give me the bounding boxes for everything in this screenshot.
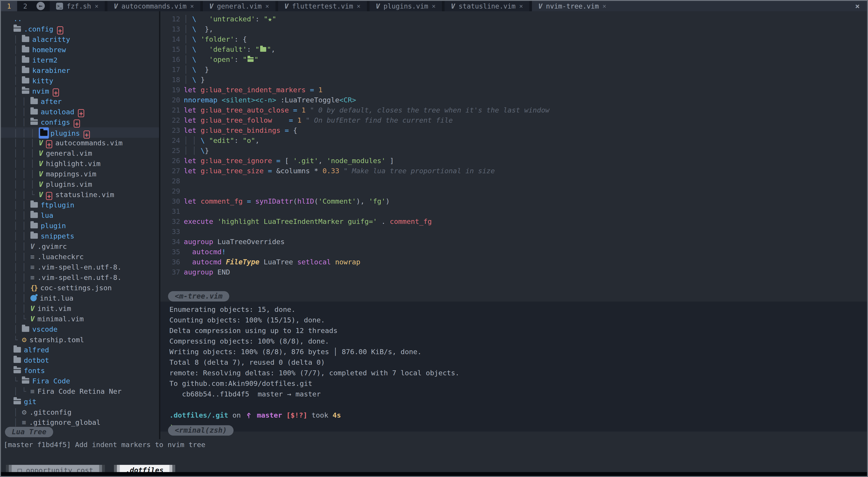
git-plus-icon: + (74, 120, 80, 128)
tree-item-plugins[interactable]: │ │ │ plugins+ (1, 127, 159, 138)
text-file-icon: ≡ (30, 273, 35, 281)
tree-item-starship.toml[interactable]: └ ⚙starship.toml (1, 334, 159, 345)
tree-item-.luacheckrc[interactable]: │ │ ≡.luacheckrc (1, 251, 159, 262)
code-token: 'fg' (369, 197, 385, 205)
tree-item-alacritty[interactable]: │ alacritty (1, 34, 159, 44)
code-token: LuaTreeOverrides (217, 238, 285, 246)
tab-autocommands.vim[interactable]: Vautocommands.vim× (107, 1, 200, 11)
back-arrow-icon[interactable]: ← (36, 2, 45, 10)
tabpage-indicator-2[interactable]: 2 (17, 1, 33, 11)
folder-icon (30, 99, 38, 104)
bottom-strip (1, 472, 867, 476)
code-token: : { (234, 35, 247, 43)
terminal-line: Compressing objects: 100% (8/8), done. (169, 336, 867, 346)
indent-guide: │ (13, 56, 22, 64)
tree-item-snippets[interactable]: │ │ snippets (1, 231, 159, 241)
tab-close-icon[interactable]: × (602, 2, 606, 10)
tree-item-.config[interactable]: .config+ (1, 24, 159, 34)
tree-item-highlight.vim[interactable]: │ │ │ Vhighlight.vim (1, 159, 159, 169)
code-token: : (234, 136, 243, 144)
tree-item-kitty[interactable]: │ kitty (1, 76, 159, 86)
tree-item-Fira-Code-Retina-Ner[interactable]: │ └ ≡Fira Code Retina Ner (1, 386, 159, 397)
tree-item-coc-settings.json[interactable]: │ │ {}coc-settings.json (1, 283, 159, 293)
tab-general.vim[interactable]: Vgeneral.vim× (203, 1, 275, 11)
tree-item-after[interactable]: │ │ after (1, 96, 159, 107)
tabpage-indicator-1[interactable]: 1 (1, 1, 17, 11)
tree-item-autoload[interactable]: │ │ autoload+ (1, 107, 159, 117)
tree-item-general.vim[interactable]: │ │ │ Vgeneral.vim (1, 148, 159, 159)
indent-guide: │ (13, 66, 22, 74)
tree-item-statusline.vim[interactable]: │ │ └ V+statusline.vim (1, 190, 159, 200)
code-token: ), (356, 197, 369, 205)
tree-item-vscode[interactable]: │ vscode (1, 324, 159, 334)
tree-item-lua[interactable]: │ │ lua (1, 210, 159, 220)
tab-close-icon[interactable]: × (432, 2, 436, 10)
tab-label: nvim-tree.vim (546, 2, 599, 10)
folder-icon (22, 78, 29, 83)
indent-guide: │ │ (13, 253, 30, 261)
tree-item-dotbot[interactable]: dotbot (1, 355, 159, 365)
tree-item-minimal.vim[interactable]: │ └ Vminimal.vim (1, 314, 159, 324)
code-text: augroup END (180, 267, 230, 277)
tab-close-icon[interactable]: × (519, 2, 523, 10)
tree-item-label: .. (13, 14, 22, 23)
code-token: FileType (226, 258, 259, 266)
tree-item-label: .gvimrc (37, 242, 67, 250)
code-line: 22let g:lua_tree_follow = 1 " On bufEnte… (160, 115, 867, 125)
tree-item-karabiner[interactable]: │ karabiner (1, 65, 159, 76)
tree-item-homebrew[interactable]: │ homebrew (1, 44, 159, 55)
tree-item-.vim-spell-en.utf-8.[interactable]: │ │ ≡.vim-spell-en.utf-8. (1, 262, 159, 272)
code-text: │ \ }, (180, 24, 213, 34)
tree-item-init.vim[interactable]: │ │ Vinit.vim (1, 303, 159, 314)
tab-close-icon[interactable]: × (265, 2, 269, 10)
vim-icon: V (39, 160, 43, 168)
editor-buffer[interactable]: 12│ \ 'untracked': "★"13│ \ },14│ \ 'fol… (160, 11, 867, 302)
tree-item-git[interactable]: git (1, 397, 159, 407)
tab-fluttertest.vim[interactable]: Vfluttertest.vim× (278, 1, 367, 11)
code-text: │ │ \ "edit": "o", (180, 135, 259, 145)
tree-item-plugins.vim[interactable]: │ │ │ Vplugins.vim (1, 179, 159, 190)
tree-item-.gitconfig[interactable]: │ ⚙.gitconfig (1, 407, 159, 417)
tree-item-init.lua[interactable]: │ │ init.lua (1, 293, 159, 303)
indent-guide: │ (13, 325, 22, 333)
code-line: 23let g:lua_tree_bindings = { (160, 125, 867, 135)
tree-item-.gvimrc[interactable]: │ │ V.gvimrc (1, 241, 159, 251)
code-text: │ \ 'open': "" (180, 55, 258, 65)
indent-guide: │ │ (13, 294, 30, 302)
indent-guide: │ │ │ (13, 170, 39, 178)
tree-item-..[interactable]: .. (1, 13, 159, 24)
tree-item-.vim-spell-en.utf-8.[interactable]: │ │ ≡.vim-spell-en.utf-8. (1, 272, 159, 283)
tree-item-mappings.vim[interactable]: │ │ │ Vmappings.vim (1, 169, 159, 179)
code-token: = (276, 157, 281, 165)
code-token: : (234, 55, 243, 63)
tree-item-ftplugin[interactable]: │ │ ftplugin (1, 200, 159, 210)
tab-statusline.vim[interactable]: Vstatusline.vim× (444, 1, 529, 11)
tree-item-Fira-Code[interactable]: └ Fira Code (1, 376, 159, 386)
tree-item-label: fonts (24, 367, 45, 375)
tab-close-icon[interactable]: × (357, 2, 361, 10)
code-line: 36 autocmd FileType LuaTree setlocal now… (160, 257, 867, 267)
tree-item-.gitignore-global[interactable]: │ ≡.gitignore_global (1, 417, 159, 428)
tab-label: fluttertest.vim (292, 2, 353, 10)
tree-item-nvim[interactable]: │ nvim+ (1, 86, 159, 96)
tree-item-alfred[interactable]: alfred (1, 345, 159, 355)
tree-item-plugin[interactable]: │ │ plugin (1, 220, 159, 231)
tab-fzf.sh[interactable]: >_fzf.sh× (50, 1, 105, 11)
tab-close-icon[interactable]: × (190, 2, 194, 10)
terminal-pane[interactable]: Enumerating objects: 15, done.Counting o… (160, 302, 867, 432)
tree-item-fonts[interactable]: fonts (1, 365, 159, 376)
terminal-line: › (169, 420, 867, 431)
tree-item-label: alfred (24, 346, 49, 354)
close-all-icon[interactable]: × (848, 1, 867, 11)
code-token: . (377, 217, 390, 226)
tab-nvim-tree.vim[interactable]: Vnvim-tree.vim× (532, 1, 613, 11)
tree-item-iterm2[interactable]: │ iterm2 (1, 55, 159, 65)
code-token (243, 197, 247, 205)
tab-plugins.vim[interactable]: Vplugins.vim× (370, 1, 442, 11)
tree-item-autocommands.vim[interactable]: │ │ │ V+autocommands.vim (1, 138, 159, 148)
code-token: │ (184, 15, 192, 23)
tab-close-icon[interactable]: × (95, 2, 98, 10)
gear-icon: ⚙ (22, 335, 26, 344)
tree-item-configs[interactable]: │ │ configs+ (1, 117, 159, 127)
code-token: \ (192, 15, 209, 23)
